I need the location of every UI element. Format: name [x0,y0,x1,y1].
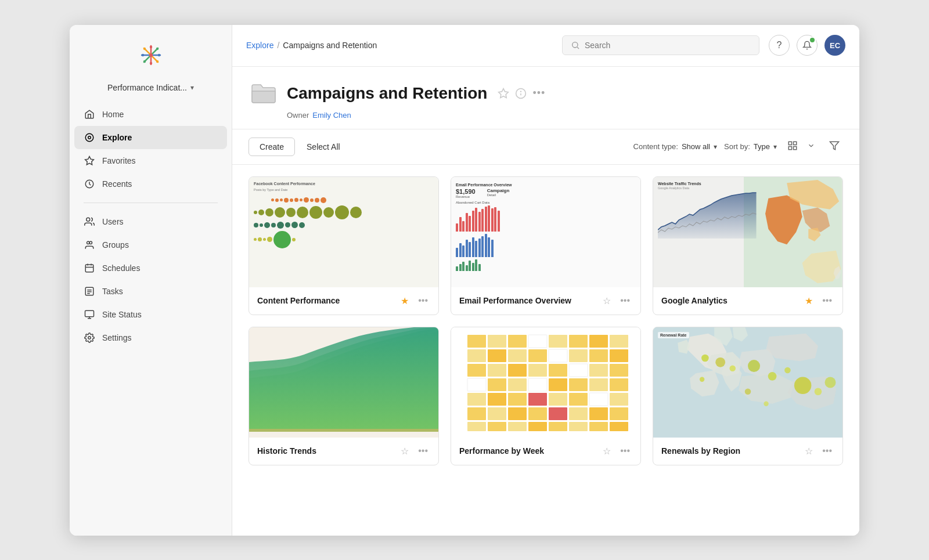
svg-rect-67 [610,364,628,377]
owner-label: Owner [287,111,309,120]
sidebar-item-site-status[interactable]: Site Status [74,303,227,326]
card-footer-content-performance: Content Performance ★ ••• [249,287,438,315]
card-email-performance[interactable]: Email Performance Overview $1,590 Revenu… [451,176,641,315]
svg-rect-88 [549,407,567,420]
svg-rect-86 [508,407,527,420]
breadcrumb-explore[interactable]: Explore [246,41,273,50]
svg-rect-65 [569,364,588,377]
favorite-page-button[interactable] [498,88,509,99]
explore-icon [84,132,95,143]
content-type-select[interactable]: Show all [682,142,717,151]
svg-rect-68 [467,378,486,391]
card-star-historic-trends[interactable]: ☆ [398,445,411,458]
card-renewals-by-region[interactable]: Renewal Rate Renewals by Region ☆ ••• [653,327,843,465]
svg-rect-70 [508,378,527,391]
sidebar: Performance Indicat... ▾ Home [70,25,232,536]
card-star-content-performance[interactable]: ★ [398,294,411,308]
card-title-email-performance: Email Performance Overview [459,296,596,305]
sidebar-logo [70,37,232,80]
card-google-analytics[interactable]: Website Traffic Trends Google Analytics … [653,176,843,315]
card-historic-trends[interactable]: Historic Trends ☆ ••• [249,327,439,465]
card-thumbnail-renewals-by-region: Renewal Rate [653,327,842,438]
svg-rect-54 [508,349,527,362]
card-more-historic-trends[interactable]: ••• [416,445,430,457]
view-toggles [784,138,819,156]
card-more-performance-by-week[interactable]: ••• [618,445,632,457]
card-content-performance[interactable]: Facebook Content Performance Posts by Ty… [249,176,439,315]
svg-point-13 [85,133,93,142]
svg-rect-46 [508,335,527,348]
card-footer-renewals-by-region: Renewals by Region ☆ ••• [653,438,842,465]
svg-point-17 [87,218,90,221]
sidebar-item-recents[interactable]: Recents [74,172,227,196]
sidebar-label-settings: Settings [102,333,132,342]
svg-rect-83 [610,393,628,406]
sidebar-label-site-status: Site Status [102,310,142,319]
svg-rect-61 [488,364,506,377]
sidebar-item-explore[interactable]: Explore [74,126,227,149]
sidebar-label-favorites: Favorites [102,156,136,165]
card-title-renewals-by-region: Renewals by Region [661,446,798,456]
workspace-selector[interactable]: Performance Indicat... ▾ [70,80,232,103]
sidebar-label-home: Home [102,110,124,119]
notifications-button[interactable] [797,35,818,56]
info-button[interactable] [515,88,527,99]
sidebar-item-schedules[interactable]: Schedules [74,256,227,280]
card-performance-by-week[interactable]: Performance by Week ☆ ••• [451,327,641,465]
card-star-renewals-by-region[interactable]: ☆ [802,445,815,458]
page-title: Campaigns and Retention [287,84,487,103]
search-input[interactable] [585,41,751,50]
card-star-email-performance[interactable]: ☆ [600,294,613,308]
search-box[interactable] [562,35,759,55]
main-content: Explore / Campaigns and Retention ? [232,25,859,536]
svg-point-14 [88,136,91,139]
card-more-google-analytics[interactable]: ••• [820,294,834,307]
svg-rect-99 [610,422,628,431]
svg-point-31 [88,336,91,339]
card-star-performance-by-week[interactable]: ☆ [600,445,613,458]
svg-rect-39 [794,142,797,144]
create-button[interactable]: Create [249,138,295,156]
svg-point-12 [143,60,145,62]
help-button[interactable]: ? [769,35,790,56]
page-title-row: Campaigns and Retention [249,78,843,109]
sidebar-item-favorites[interactable]: Favorites [74,149,227,172]
card-footer-email-performance: Email Performance Overview ☆ ••• [451,287,640,315]
svg-rect-75 [610,378,628,391]
svg-point-32 [572,42,578,48]
sidebar-item-users[interactable]: Users [74,210,227,233]
sidebar-divider [84,203,218,203]
sidebar-item-home[interactable]: Home [74,103,227,126]
card-more-content-performance[interactable]: ••• [416,294,430,307]
svg-rect-76 [467,393,486,406]
card-star-google-analytics[interactable]: ★ [802,294,815,308]
sidebar-item-settings[interactable]: Settings [74,326,227,349]
card-more-email-performance[interactable]: ••• [618,294,632,307]
svg-rect-78 [508,393,527,406]
svg-point-111 [745,388,751,395]
filter-button[interactable] [826,138,843,156]
svg-rect-81 [569,393,588,406]
grid-view-button[interactable] [784,138,801,156]
user-avatar-button[interactable]: EC [824,35,845,56]
more-options-button[interactable]: ••• [532,87,545,99]
svg-point-109 [825,377,836,388]
app-window: Performance Indicat... ▾ Home [70,25,859,536]
sort-select[interactable]: Type [754,142,777,151]
svg-point-11 [156,47,158,49]
svg-rect-98 [589,422,608,431]
svg-point-106 [784,367,791,373]
svg-rect-71 [528,378,547,391]
svg-rect-60 [467,364,486,377]
svg-rect-82 [589,393,608,406]
top-header: Explore / Campaigns and Retention ? [232,25,859,67]
sidebar-item-tasks[interactable]: Tasks [74,280,227,303]
owner-name[interactable]: Emily Chen [312,111,351,120]
select-all-button[interactable]: Select All [302,138,345,156]
card-title-content-performance: Content Performance [257,296,394,305]
search-icon [571,41,580,50]
svg-point-108 [815,388,822,395]
sidebar-item-groups[interactable]: Groups [74,233,227,256]
card-more-renewals-by-region[interactable]: ••• [820,445,834,457]
chevron-view-button[interactable] [804,139,819,154]
